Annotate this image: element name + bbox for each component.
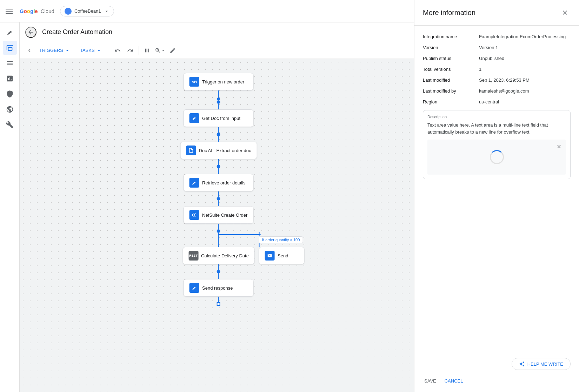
panel-actions: SAVE CANCEL	[423, 376, 571, 386]
node-icon-mail	[265, 251, 275, 261]
node-icon-api: API	[189, 77, 199, 87]
panel-footer: HELP ME WRITE SAVE CANCEL	[414, 352, 579, 392]
node-icon-docai	[186, 146, 196, 155]
info-value: Sep 1, 2023, 6:29:53 PM	[479, 77, 530, 83]
help-me-write-label: HELP ME WRITE	[527, 361, 563, 367]
node-icon-connector-2	[189, 178, 199, 188]
sidebar-item-integration[interactable]	[3, 25, 17, 39]
triggers-button[interactable]: TRIGGERS	[35, 46, 74, 55]
info-row: Version Version 1	[423, 45, 571, 50]
info-value: Version 1	[479, 45, 498, 50]
help-me-write-button[interactable]: HELP ME WRITE	[512, 358, 571, 370]
node-label-getdoc: Get Doc from input	[202, 116, 240, 121]
node-send-response[interactable]: Send response	[184, 279, 254, 297]
info-label: Version	[423, 45, 479, 50]
dot-7	[217, 270, 220, 273]
description-editor	[427, 140, 566, 175]
hamburger-menu[interactable]	[6, 7, 14, 15]
info-value: ExampleIntegration-EcomOrderProcessing	[479, 34, 566, 39]
back-button[interactable]	[25, 27, 36, 38]
node-retrieve[interactable]: Retrieve order details	[184, 174, 254, 191]
info-value: us-central	[479, 99, 499, 104]
branch-right: If order quantity > 100 Send	[259, 232, 305, 264]
node-icon-rest: REST	[188, 251, 198, 261]
node-label-trigger: Trigger on new order	[202, 79, 244, 85]
info-value: kamaleshs@google.com	[479, 88, 529, 94]
sidebar-item-chart[interactable]	[3, 72, 17, 86]
collapse-panel-btn[interactable]	[25, 46, 34, 55]
sidebar-item-tools[interactable]	[3, 118, 17, 132]
app-logo: Google Cloud	[20, 8, 54, 14]
info-rows: Integration name ExampleIntegration-Ecom…	[423, 34, 571, 104]
description-label: Description	[427, 115, 566, 119]
info-label: Last modified by	[423, 88, 479, 94]
cancel-button[interactable]: CANCEL	[443, 376, 465, 386]
branch-section: If order quantity > 100 Send	[217, 224, 220, 241]
node-label-retrieve: Retrieve order details	[202, 180, 246, 185]
page-title: Create Order Automation	[42, 28, 112, 36]
node-icon-netsuite	[189, 210, 199, 220]
node-label-calc: Calculate Delivery Date	[201, 253, 249, 258]
sidebar-item-globe[interactable]	[3, 102, 17, 116]
node-send-email[interactable]: Send	[259, 247, 305, 264]
zoom-button[interactable]	[154, 45, 166, 56]
chevron-down-icon	[104, 8, 109, 14]
dot-4	[217, 197, 220, 201]
panel-header: More information	[414, 0, 579, 26]
dot-3	[217, 165, 220, 168]
info-label: Region	[423, 99, 479, 104]
info-label: Integration name	[423, 34, 479, 39]
panel-close-button[interactable]	[559, 7, 571, 18]
google-g-logo: Google	[20, 8, 38, 14]
save-button[interactable]: SAVE	[423, 376, 438, 386]
info-row: Total versions 1	[423, 67, 571, 72]
info-label: Total versions	[423, 67, 479, 72]
node-get-doc[interactable]: Get Doc from input	[184, 109, 254, 127]
dot-2	[217, 133, 220, 136]
sidebar-item-active[interactable]	[3, 41, 17, 55]
info-value: Unpublished	[479, 56, 504, 61]
canvas[interactable]: API Trigger on new order Get Doc from in…	[20, 59, 418, 392]
info-row: Region us-central	[423, 99, 571, 104]
line-1b	[218, 104, 219, 109]
line-8	[218, 297, 219, 302]
node-icon-connector-1	[189, 113, 199, 123]
line-2	[218, 127, 219, 133]
account-selector[interactable]: CoffeeBean1	[60, 6, 114, 16]
pencil-button[interactable]	[167, 45, 178, 56]
loading-spinner	[490, 150, 504, 164]
flow-container: API Trigger on new order Get Doc from in…	[180, 73, 257, 306]
info-label: Last modified	[423, 77, 479, 83]
node-icon-connector-3	[189, 283, 199, 293]
line-2b	[218, 136, 219, 142]
info-row: Publish status Unpublished	[423, 56, 571, 61]
node-label-docai: Doc AI - Extract order doc	[199, 148, 251, 153]
cloud-label: Cloud	[41, 8, 54, 14]
line-6	[218, 241, 219, 247]
node-label-send: Send	[278, 253, 288, 258]
connector-1	[218, 90, 219, 100]
panel-content: Integration name ExampleIntegration-Ecom…	[414, 26, 579, 352]
sidebar-item-shield[interactable]	[3, 87, 17, 101]
dot-1	[217, 100, 220, 104]
node-calc-delivery[interactable]: REST Calculate Delivery Date	[182, 247, 255, 264]
branch-line	[219, 234, 261, 235]
undo-button[interactable]	[112, 45, 123, 56]
divider-1	[109, 46, 109, 55]
info-value: 1	[479, 67, 481, 72]
sidebar-item-list[interactable]	[3, 56, 17, 70]
layout-button[interactable]	[142, 45, 153, 56]
node-label-sendresp: Send response	[202, 285, 233, 291]
node-netsuite[interactable]: NetSuite Create Order	[184, 206, 254, 224]
main-branch	[217, 224, 220, 241]
account-name: CoffeeBean1	[74, 8, 101, 14]
left-sidebar	[0, 22, 20, 392]
redo-button[interactable]	[125, 45, 136, 56]
line-7	[218, 264, 219, 270]
node-trigger[interactable]: API Trigger on new order	[184, 73, 254, 90]
node-docai[interactable]: Doc AI - Extract order doc	[180, 142, 257, 159]
editor-close-icon[interactable]	[555, 142, 563, 151]
info-row: Last modified Sep 1, 2023, 6:29:53 PM	[423, 77, 571, 83]
tasks-button[interactable]: TASKS	[76, 46, 106, 55]
svg-point-1	[194, 214, 195, 216]
